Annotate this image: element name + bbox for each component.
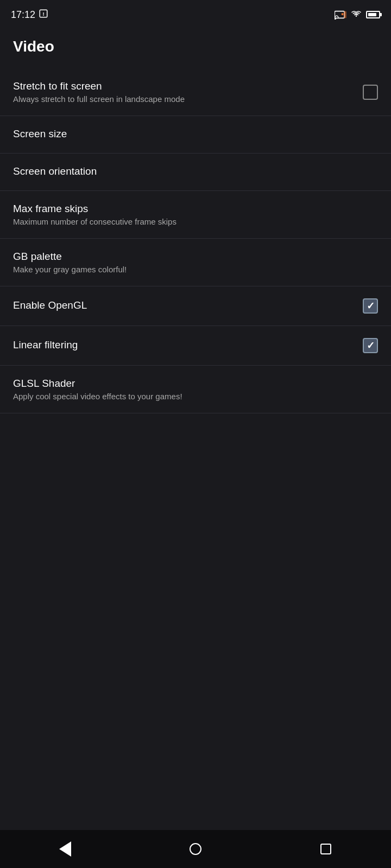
settings-item-enable-opengl[interactable]: Enable OpenGL ✓ (0, 286, 391, 326)
settings-item-linear-filtering[interactable]: Linear filtering ✓ (0, 326, 391, 366)
settings-title-enable-opengl: Enable OpenGL (13, 299, 354, 311)
nav-home-button[interactable] (179, 833, 212, 865)
checkbox-enable-opengl[interactable]: ✓ (363, 298, 378, 314)
settings-subtitle-gb-palette: Make your gray games colorful! (13, 265, 378, 274)
settings-title-gb-palette: GB palette (13, 251, 378, 263)
wifi-icon (351, 9, 362, 20)
nav-back-button[interactable] (49, 833, 81, 865)
settings-title-stretch-to-fit: Stretch to fit screen (13, 80, 354, 92)
settings-subtitle-stretch-to-fit: Always stretch to full screen in landsca… (13, 94, 354, 104)
nav-back-icon (59, 841, 71, 857)
settings-title-glsl-shader: GLSL Shader (13, 378, 378, 390)
warning-icon: ! (39, 9, 48, 21)
nav-bar (0, 830, 391, 868)
checkmark-enable-opengl: ✓ (367, 301, 375, 311)
settings-item-screen-orientation[interactable]: Screen orientation (0, 154, 391, 191)
svg-text:!: ! (42, 11, 44, 17)
settings-subtitle-glsl-shader: Apply cool special video effects to your… (13, 392, 378, 401)
main-content: Video Stretch to fit screen Always stret… (0, 27, 391, 451)
settings-title-screen-size: Screen size (13, 128, 378, 140)
svg-rect-4 (344, 11, 346, 18)
settings-item-max-frame-skips[interactable]: Max frame skips Maximum number of consec… (0, 191, 391, 239)
checkbox-stretch-to-fit[interactable] (363, 85, 378, 100)
settings-item-stretch-to-fit[interactable]: Stretch to fit screen Always stretch to … (0, 68, 391, 116)
checkbox-linear-filtering[interactable]: ✓ (363, 338, 378, 353)
page-title: Video (0, 27, 391, 68)
settings-item-screen-size[interactable]: Screen size (0, 116, 391, 154)
status-time: 17:12 (11, 9, 35, 21)
settings-list: Stretch to fit screen Always stretch to … (0, 68, 391, 413)
checkmark-linear-filtering: ✓ (367, 341, 375, 350)
settings-item-gb-palette[interactable]: GB palette Make your gray games colorful… (0, 239, 391, 286)
settings-title-screen-orientation: Screen orientation (13, 165, 378, 177)
nav-recents-button[interactable] (310, 833, 342, 865)
settings-title-max-frame-skips: Max frame skips (13, 203, 378, 215)
nav-home-icon (190, 843, 201, 855)
svg-rect-3 (342, 13, 344, 15)
cast-icon (335, 10, 346, 20)
status-bar: 17:12 ! (0, 0, 391, 27)
battery-icon (366, 11, 380, 18)
nav-recents-icon (320, 844, 331, 854)
settings-item-glsl-shader[interactable]: GLSL Shader Apply cool special video eff… (0, 366, 391, 413)
settings-subtitle-max-frame-skips: Maximum number of consecutive frame skip… (13, 217, 378, 226)
settings-title-linear-filtering: Linear filtering (13, 339, 354, 351)
status-icons (335, 9, 380, 20)
